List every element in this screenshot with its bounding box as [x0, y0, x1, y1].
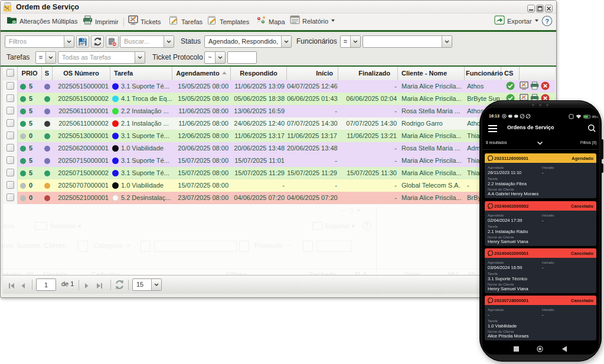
svg-text:?: ?: [545, 18, 549, 25]
svg-text:85%: 85%: [592, 115, 599, 119]
